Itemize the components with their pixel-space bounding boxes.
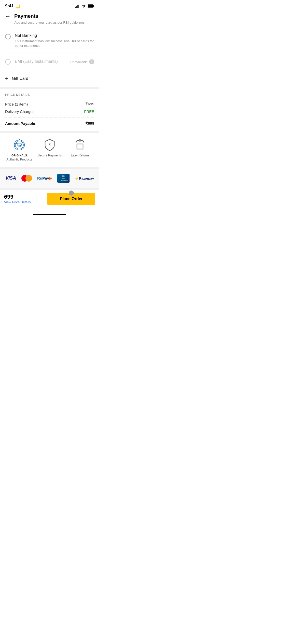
battery-icon: [88, 4, 94, 8]
easy-returns-icon: [73, 138, 87, 152]
signal-icon: [75, 4, 80, 8]
moon-icon: 🌙: [15, 4, 20, 9]
emi-label: EMI (Easy Installments): [15, 59, 66, 64]
svg-rect-1: [76, 6, 77, 8]
razorpay-logo: ⚡Razorpay: [75, 176, 94, 180]
svg-rect-6: [88, 5, 93, 7]
price-details-section: PRICE DETAILS Price (1 item) ₹699 Delive…: [0, 89, 99, 133]
svg-text:ORIGINAL: ORIGINAL: [16, 143, 22, 144]
status-bar: 9:41 🌙: [0, 0, 99, 11]
gift-card-row[interactable]: + Gift Card: [0, 70, 99, 87]
emi-option[interactable]: EMI (Easy Installments) Unavailable ?: [5, 53, 94, 70]
net-banking-option[interactable]: Net Banking This instrument has low succ…: [5, 28, 94, 53]
trust-badges-section: ORIGINAL ★ ★ ★ ORIGINALS Authentic Produ…: [0, 133, 99, 169]
price-row-delivery: Delivery Charges FREE: [5, 108, 94, 115]
plus-icon: +: [5, 75, 8, 82]
svg-text:★ ★ ★: ★ ★ ★: [18, 146, 21, 147]
net-banking-info: Net Banking This instrument has low succ…: [15, 33, 94, 48]
trust-easy-returns: Easy Returns: [65, 138, 95, 158]
view-price-details-link[interactable]: View Price Details: [4, 200, 44, 204]
status-icons: [75, 4, 94, 8]
svg-text:₹: ₹: [48, 142, 51, 147]
price-row-total: Amount Payable ₹699: [5, 120, 94, 127]
bottom-price-section: 699 View Price Details: [4, 194, 44, 204]
price-divider: [5, 117, 94, 118]
header-subtitle: Add and secure your card as per RBI guid…: [5, 21, 94, 24]
visa-logo: VISA: [5, 175, 16, 181]
price-section-title: PRICE DETAILS: [5, 93, 94, 97]
price-item-value: ₹699: [85, 102, 94, 106]
net-banking-radio[interactable]: [5, 34, 11, 39]
total-value: ₹699: [85, 121, 94, 126]
svg-rect-0: [75, 7, 76, 8]
pci-dss-logo: PCI DSS COMPLIANT: [57, 174, 70, 183]
rupay-logo: RuPay▶: [37, 176, 52, 181]
secure-payments-icon: ₹: [43, 138, 56, 152]
unavailable-text: Unavailable: [70, 60, 88, 64]
bottom-bar: 699 View Price Details Place Order: [0, 190, 99, 212]
payment-logos-section: VISA RuPay▶ PCI DSS COMPLIANT ⚡Razorpay: [0, 169, 99, 190]
wifi-icon: [82, 4, 86, 8]
originals-icon: ORIGINAL ★ ★ ★: [13, 138, 26, 152]
svg-rect-3: [78, 5, 79, 8]
easy-returns-label: Easy Returns: [71, 154, 89, 158]
mastercard-logo: [21, 175, 32, 182]
svg-point-7: [14, 140, 24, 150]
originals-text: Authentic Products: [6, 158, 32, 161]
svg-rect-2: [77, 5, 78, 8]
originals-label: ORIGINALS Authentic Products: [6, 154, 32, 162]
home-indicator: [33, 214, 66, 215]
svg-rect-5: [93, 5, 94, 7]
page-title: Payments: [14, 13, 38, 19]
net-banking-desc: This instrument has low success, use UPI…: [15, 39, 94, 48]
delivery-label: Delivery Charges: [5, 109, 34, 114]
emi-radio[interactable]: [5, 59, 11, 65]
price-row-item: Price (1 item) ₹699: [5, 100, 94, 108]
order-bubble: [69, 191, 74, 196]
trust-originals: ORIGINAL ★ ★ ★ ORIGINALS Authentic Produ…: [4, 138, 34, 162]
mc-circle-yellow: [25, 175, 32, 182]
delivery-value: FREE: [84, 109, 94, 114]
gift-card-label: Gift Card: [12, 76, 28, 81]
place-order-wrapper: Place Order: [47, 193, 95, 205]
header: ← Payments Add and secure your card as p…: [0, 11, 99, 28]
price-item-label: Price (1 item): [5, 102, 28, 106]
status-time: 9:41: [5, 4, 14, 9]
back-button[interactable]: ←: [5, 13, 11, 19]
net-banking-label: Net Banking: [15, 33, 94, 38]
help-icon[interactable]: ?: [89, 59, 94, 64]
bottom-price: 699: [4, 194, 44, 200]
payment-options-section: Net Banking This instrument has low succ…: [0, 28, 99, 70]
emi-info: EMI (Easy Installments): [15, 59, 66, 64]
total-label: Amount Payable: [5, 121, 35, 126]
emi-unavailable: Unavailable ?: [70, 59, 94, 64]
gift-card-section: + Gift Card: [0, 70, 99, 89]
secure-payments-label: Secure Payments: [38, 154, 62, 158]
trust-secure-payments: ₹ Secure Payments: [34, 138, 65, 158]
